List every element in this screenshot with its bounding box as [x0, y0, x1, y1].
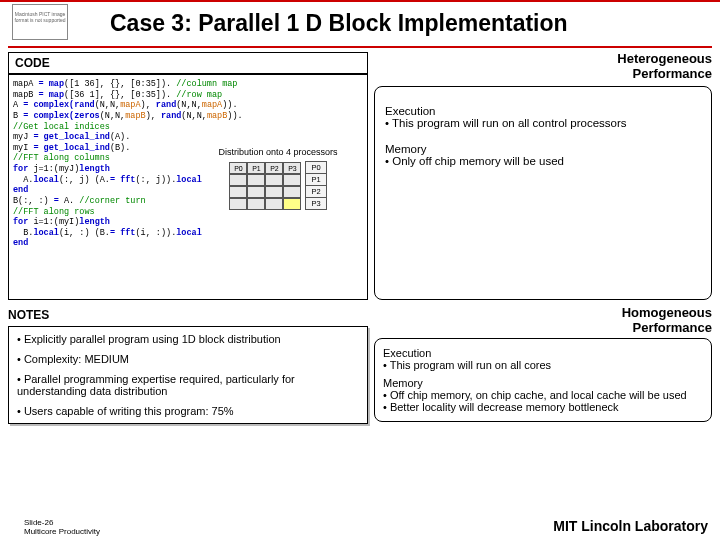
- header: Macintosh PICT image format is not suppo…: [0, 2, 720, 50]
- code-column: CODE mapA = map([1 36], {}, [0:35]). //c…: [8, 52, 368, 300]
- footer-sub: Multicore Productivity: [24, 527, 100, 536]
- homo-exec-h: Execution: [383, 347, 703, 359]
- notes-item: • Parallel programming expertise require…: [17, 373, 359, 397]
- notes-item: • Users capable of writing this program:…: [17, 405, 359, 417]
- hetero-header: Heterogeneous Performance: [374, 52, 712, 82]
- footer-left: Slide-26 Multicore Productivity: [24, 518, 100, 536]
- dist-caption: Distribution onto 4 processors: [195, 147, 361, 157]
- distribution-diagram: Distribution onto 4 processors P0P1P2P3 …: [195, 147, 361, 210]
- code-header: CODE: [8, 52, 368, 74]
- footer-lab: MIT Lincoln Laboratory: [553, 518, 708, 534]
- code-body: mapA = map([1 36], {}, [0:35]). //column…: [8, 74, 368, 300]
- proc-grid: P0P1P2P3: [229, 162, 301, 210]
- content-area: CODE mapA = map([1 36], {}, [0:35]). //c…: [8, 52, 712, 512]
- notes-header: NOTES: [8, 306, 368, 326]
- homo-mem-h: Memory: [383, 377, 703, 389]
- hetero-exec-h: Execution: [385, 105, 701, 117]
- red-underline: [8, 46, 712, 48]
- slide-title: Case 3: Parallel 1 D Block Implementatio…: [110, 10, 568, 37]
- notes-item: • Complexity: MEDIUM: [17, 353, 359, 365]
- homo-exec-b: • This program will run on all cores: [383, 359, 703, 371]
- notes-body: • Explicitly parallel program using 1D b…: [8, 326, 368, 424]
- homo-body: Execution • This program will run on all…: [374, 338, 712, 422]
- homo-mem-b1: • Off chip memory, on chip cache, and lo…: [383, 389, 703, 401]
- notes-column: NOTES • Explicitly parallel program usin…: [8, 306, 368, 424]
- row-top: CODE mapA = map([1 36], {}, [0:35]). //c…: [8, 52, 712, 300]
- row-bottom: NOTES • Explicitly parallel program usin…: [8, 306, 712, 424]
- slide-number: Slide-26: [24, 518, 100, 527]
- hetero-body: Execution • This program will run on all…: [374, 86, 712, 300]
- notes-item: • Explicitly parallel program using 1D b…: [17, 333, 359, 345]
- hetero-mem-b: • Only off chip memory will be used: [385, 155, 701, 167]
- proc-table: P0P1P2P3: [305, 161, 326, 210]
- homo-column: Homogeneous Performance Execution • This…: [374, 306, 712, 424]
- hetero-exec-b: • This program will run on all control p…: [385, 117, 701, 129]
- homo-mem-b2: • Better locality will decrease memory b…: [383, 401, 703, 413]
- homo-header: Homogeneous Performance: [374, 306, 712, 336]
- hetero-mem-h: Memory: [385, 143, 701, 155]
- hetero-column: Heterogeneous Performance Execution • Th…: [374, 52, 712, 300]
- pict-placeholder: Macintosh PICT image format is not suppo…: [12, 4, 68, 40]
- footer: Slide-26 Multicore Productivity MIT Linc…: [0, 514, 720, 536]
